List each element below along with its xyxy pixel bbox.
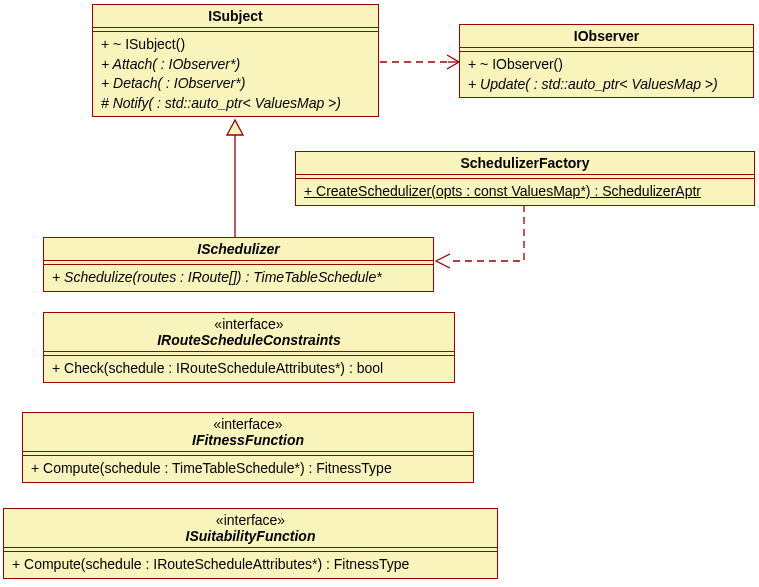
class-ifitness: «interface» IFitnessFunction + Compute(s… bbox=[22, 412, 474, 483]
class-iobserver: IObserver + ~ IObserver() + Update( : st… bbox=[459, 24, 754, 98]
class-stereotype: «interface» bbox=[44, 313, 454, 332]
class-ischedulizer: ISchedulizer + Schedulize(routes : IRout… bbox=[43, 237, 434, 292]
class-ops: + Check(schedule : IRouteScheduleAttribu… bbox=[44, 356, 454, 382]
uml-diagram: ISubject + ~ ISubject() + Attach( : IObs… bbox=[0, 0, 759, 587]
class-ops: + ~ ISubject() + Attach( : IObserver*) +… bbox=[93, 32, 378, 116]
class-ops: + CreateSchedulizer(opts : const ValuesM… bbox=[296, 179, 754, 205]
op-dtor: + ~ IObserver() bbox=[468, 55, 745, 75]
class-isubject: ISubject + ~ ISubject() + Attach( : IObs… bbox=[92, 4, 379, 117]
op-dtor: + ~ ISubject() bbox=[101, 35, 370, 55]
class-stereotype: «interface» bbox=[23, 413, 473, 432]
class-schedulizerfactory: SchedulizerFactory + CreateSchedulizer(o… bbox=[295, 151, 755, 206]
class-ops: + Schedulize(routes : IRoute[]) : TimeTa… bbox=[44, 265, 433, 291]
op-check: + Check(schedule : IRouteScheduleAttribu… bbox=[52, 359, 446, 379]
class-ops: + Compute(schedule : IRouteScheduleAttri… bbox=[4, 552, 497, 578]
class-ops: + ~ IObserver() + Update( : std::auto_pt… bbox=[460, 52, 753, 97]
op-create: + CreateSchedulizer(opts : const ValuesM… bbox=[304, 182, 746, 202]
dependency-factory-ischedulizer bbox=[436, 205, 524, 268]
op-notify: # Notify( : std::auto_ptr< ValuesMap >) bbox=[101, 94, 370, 114]
op-update: + Update( : std::auto_ptr< ValuesMap >) bbox=[468, 75, 745, 95]
class-name: ISchedulizer bbox=[44, 238, 433, 261]
class-isuitability: «interface» ISuitabilityFunction + Compu… bbox=[3, 508, 498, 579]
class-name: IFitnessFunction bbox=[23, 432, 473, 452]
class-name: IRouteScheduleConstraints bbox=[44, 332, 454, 352]
generalization-ischedulizer-isubject bbox=[227, 120, 243, 237]
op-detach: + Detach( : IObserver*) bbox=[101, 74, 370, 94]
op-compute: + Compute(schedule : TimeTableSchedule*)… bbox=[31, 459, 465, 479]
svg-marker-2 bbox=[227, 120, 243, 135]
dependency-isubject-iobserver bbox=[380, 55, 459, 69]
op-attach: + Attach( : IObserver*) bbox=[101, 55, 370, 75]
op-schedulize: + Schedulize(routes : IRoute[]) : TimeTa… bbox=[52, 268, 425, 288]
class-name: ISuitabilityFunction bbox=[4, 528, 497, 548]
op-compute: + Compute(schedule : IRouteScheduleAttri… bbox=[12, 555, 489, 575]
class-name: IObserver bbox=[460, 25, 753, 48]
class-irouteconstraints: «interface» IRouteScheduleConstraints + … bbox=[43, 312, 455, 383]
class-name: ISubject bbox=[93, 5, 378, 28]
class-stereotype: «interface» bbox=[4, 509, 497, 528]
class-ops: + Compute(schedule : TimeTableSchedule*)… bbox=[23, 456, 473, 482]
class-name: SchedulizerFactory bbox=[296, 152, 754, 175]
